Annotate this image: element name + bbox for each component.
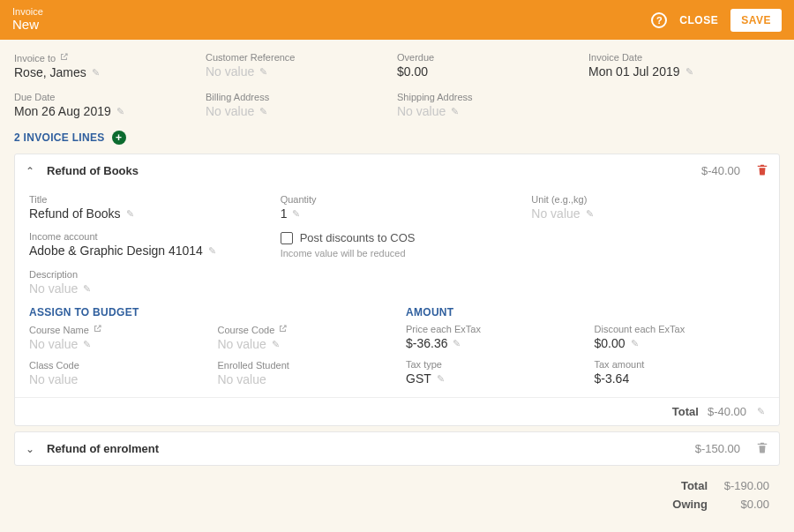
- value-text: No value: [397, 104, 446, 118]
- pencil-icon[interactable]: ✎: [437, 373, 445, 385]
- help-icon[interactable]: ?: [651, 12, 667, 28]
- pencil-icon[interactable]: ✎: [126, 208, 134, 220]
- pencil-icon[interactable]: ✎: [685, 66, 693, 78]
- amount-header: AMOUNT: [406, 306, 765, 318]
- field-title[interactable]: Title Refund of Books ✎: [29, 194, 263, 221]
- pencil-icon[interactable]: ✎: [586, 208, 594, 220]
- amount-section: AMOUNT Price each ExTax $-36.36 ✎ Discou…: [406, 306, 765, 386]
- budget-header: ASSIGN TO BUDGET: [29, 306, 388, 318]
- field-label: Title: [29, 194, 263, 205]
- delete-line-icon[interactable]: [756, 441, 768, 456]
- field-description[interactable]: Description No value ✎: [29, 269, 765, 296]
- field-shipping-address[interactable]: Shipping Address No value ✎: [397, 92, 588, 118]
- field-value: No value ✎: [206, 64, 397, 79]
- close-button[interactable]: CLOSE: [679, 14, 718, 26]
- field-due-date[interactable]: Due Date Mon 26 Aug 2019 ✎: [14, 92, 206, 118]
- post-discounts-checkbox[interactable]: [281, 232, 293, 244]
- field-course-code[interactable]: Course Code No value ✎: [218, 324, 389, 351]
- card-header[interactable]: Refund of enrolment $-150.00: [15, 432, 779, 465]
- expand-chevron-icon[interactable]: [26, 443, 38, 455]
- external-link-icon[interactable]: [93, 324, 102, 335]
- label-text: Invoice to: [14, 53, 56, 64]
- add-line-button[interactable]: +: [112, 131, 126, 145]
- field-value: $0.00 ✎: [595, 336, 766, 350]
- line-title: Refund of enrolment: [47, 442, 686, 455]
- collapse-chevron-icon[interactable]: [26, 165, 38, 177]
- value-text: $-36.36: [406, 336, 447, 350]
- field-value: Rose, James ✎: [14, 65, 206, 79]
- pencil-icon[interactable]: ✎: [292, 208, 300, 220]
- pencil-icon[interactable]: ✎: [631, 338, 639, 349]
- field-value: Refund of Books ✎: [29, 206, 263, 221]
- field-label: Enrolled Student: [218, 360, 389, 371]
- field-value: Adobe & Graphic Design 41014 ✎: [29, 244, 263, 258]
- value-text: No value: [29, 281, 78, 296]
- value-text: No value: [29, 337, 78, 351]
- grand-total-value: $-190.00: [716, 479, 769, 492]
- line-total-row: Total $-40.00 ✎: [15, 397, 779, 425]
- field-label: Quantity: [281, 194, 514, 205]
- field-value: No value: [218, 372, 389, 386]
- field-quantity[interactable]: Quantity 1 ✎: [281, 194, 514, 221]
- header-status: New: [12, 17, 651, 33]
- grand-total-row: Total $-190.00: [0, 476, 769, 495]
- pencil-icon[interactable]: ✎: [451, 106, 459, 117]
- value-text: Refund of Books: [29, 206, 121, 221]
- field-enrolled-student[interactable]: Enrolled Student No value: [218, 360, 389, 386]
- field-label: Overdue: [397, 52, 588, 63]
- grand-totals: Total $-190.00 Owing $0.00: [0, 471, 794, 513]
- card-header[interactable]: Refund of Books $-40.00: [15, 154, 779, 187]
- field-value: No value: [29, 372, 200, 386]
- field-value: Mon 01 Jul 2019 ✎: [588, 64, 780, 79]
- delete-line-icon[interactable]: [756, 163, 768, 178]
- value-text: Adobe & Graphic Design 41014: [29, 244, 203, 258]
- field-value: $-36.36 ✎: [406, 336, 577, 350]
- pencil-icon[interactable]: ✎: [116, 106, 124, 117]
- field-value: 1 ✎: [281, 206, 514, 221]
- pencil-icon[interactable]: ✎: [92, 67, 100, 79]
- field-price-each[interactable]: Price each ExTax $-36.36 ✎: [406, 324, 577, 350]
- field-invoice-to[interactable]: Invoice to Rose, James ✎: [14, 52, 206, 79]
- grand-total-label: Total: [681, 479, 708, 492]
- checkbox-label: Post discounts to COS: [300, 231, 416, 244]
- value-text: GST: [406, 371, 431, 386]
- field-value: Mon 26 Aug 2019 ✎: [14, 104, 206, 118]
- field-income-account[interactable]: Income account Adobe & Graphic Design 41…: [29, 231, 263, 259]
- field-invoice-date[interactable]: Invoice Date Mon 01 Jul 2019 ✎: [588, 52, 780, 79]
- field-unit[interactable]: Unit (e.g.,kg) No value ✎: [531, 194, 765, 221]
- label-text: Course Name: [29, 325, 89, 335]
- invoice-line-card: Refund of Books $-40.00 Title Refund of …: [14, 154, 780, 426]
- external-link-icon[interactable]: [278, 324, 288, 335]
- field-value: $0.00: [397, 64, 588, 79]
- save-button[interactable]: SAVE: [730, 9, 782, 32]
- field-label: Income account: [29, 231, 263, 242]
- field-class-code[interactable]: Class Code No value: [29, 360, 200, 386]
- pencil-icon[interactable]: ✎: [272, 339, 280, 350]
- field-customer-reference[interactable]: Customer Reference No value ✎: [206, 52, 397, 79]
- checkbox-hint: Income value will be reduced: [281, 248, 514, 259]
- field-value: No value ✎: [206, 104, 397, 118]
- field-billing-address[interactable]: Billing Address No value ✎: [206, 92, 397, 118]
- grand-owing-label: Owing: [672, 498, 708, 511]
- pencil-icon[interactable]: ✎: [453, 338, 461, 349]
- pencil-icon[interactable]: ✎: [757, 406, 765, 417]
- field-tax-type[interactable]: Tax type GST ✎: [406, 359, 577, 386]
- field-value: No value ✎: [218, 337, 389, 351]
- field-label: Customer Reference: [206, 52, 397, 63]
- label-text: Course Code: [218, 325, 275, 335]
- invoice-line-card: Refund of enrolment $-150.00: [14, 431, 780, 466]
- field-discount-each[interactable]: Discount each ExTax $0.00 ✎: [595, 324, 766, 350]
- pencil-icon[interactable]: ✎: [259, 106, 267, 117]
- pencil-icon[interactable]: ✎: [83, 339, 91, 350]
- grand-owing-value: $0.00: [716, 498, 769, 511]
- field-course-name[interactable]: Course Name No value ✎: [29, 324, 200, 351]
- external-link-icon[interactable]: [59, 52, 69, 64]
- summary-grid: Invoice to Rose, James ✎ Customer Refere…: [0, 40, 794, 124]
- line-total-label: Total: [672, 405, 699, 418]
- value-text: No value: [218, 337, 266, 351]
- grand-owing-row: Owing $0.00: [0, 495, 769, 513]
- field-value: GST ✎: [406, 371, 577, 386]
- pencil-icon[interactable]: ✎: [83, 283, 91, 295]
- pencil-icon[interactable]: ✎: [259, 66, 267, 78]
- pencil-icon[interactable]: ✎: [208, 245, 216, 257]
